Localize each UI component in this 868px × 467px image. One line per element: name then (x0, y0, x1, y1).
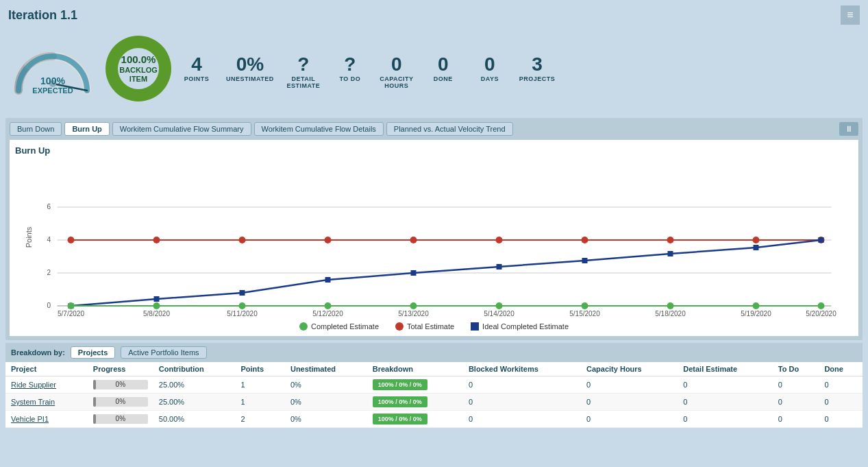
legend-ideal-label: Ideal Completed Estimate (482, 322, 569, 331)
stat-todo-value: ? (333, 55, 367, 74)
svg-rect-39 (497, 264, 502, 270)
contribution-cell: 50.00% (153, 411, 236, 428)
col-header-capacity: Capacity Hours (581, 362, 678, 376)
progress-cell: 0% (88, 394, 153, 411)
svg-text:5/19/2020: 5/19/2020 (741, 310, 771, 316)
donut-label2: ITEM (129, 75, 147, 83)
stat-unestimated: 0% UNESTIMATED (226, 55, 274, 82)
svg-text:4: 4 (47, 236, 51, 243)
speedometer-gauge: 100% EXPECTED (8, 41, 97, 96)
capacity-cell: 0 (581, 394, 678, 411)
capacity-cell: 0 (581, 411, 678, 428)
stat-capacity-value: 0 (380, 55, 414, 74)
col-header-project: Project (5, 362, 88, 376)
col-header-detail-est: Detail Estimate (678, 362, 773, 376)
stat-unestimated-value: 0% (226, 55, 274, 74)
stats-row: 4 POINTS 0% UNESTIMATED ? DETAILESTIMATE… (179, 48, 555, 89)
blocked-cell: 0 (463, 411, 581, 428)
legend-area: Completed Estimate Total Estimate Ideal … (15, 322, 853, 331)
donut-label: 100.0% BACKLOG ITEM (119, 53, 158, 84)
svg-point-30 (582, 237, 588, 243)
progress-cell: 0% (88, 376, 153, 394)
col-header-contribution: Contribution (153, 362, 236, 376)
svg-rect-36 (240, 290, 245, 296)
col-header-unestimated: Unestimated (285, 362, 367, 376)
pause-button[interactable]: ⏸ (839, 122, 858, 136)
detail-est-cell: 0 (678, 394, 773, 411)
points-cell: 2 (236, 411, 285, 428)
svg-point-49 (496, 302, 503, 309)
svg-rect-43 (819, 237, 824, 243)
detail-est-cell: 0 (678, 376, 773, 394)
svg-point-29 (496, 237, 503, 243)
stat-points-label: POINTS (179, 75, 214, 82)
points-cell: 1 (236, 394, 285, 411)
svg-point-53 (818, 302, 825, 309)
tab-velocity-trend[interactable]: Planned vs. Actual Velocity Trend (386, 122, 513, 136)
stat-detail-estimate-label: DETAILESTIMATE (286, 75, 321, 89)
breakdown-btn-portfolio[interactable]: Active Portfolio Items (121, 346, 206, 359)
table-row: Ride Supplier0%25.00%10%100% / 0% / 0%00… (5, 376, 863, 394)
hamburger-button[interactable]: ≡ (841, 5, 860, 25)
svg-text:5/11/2020: 5/11/2020 (227, 310, 258, 316)
detail-est-cell: 0 (678, 411, 773, 428)
svg-text:5/14/2020: 5/14/2020 (484, 310, 514, 316)
svg-text:0: 0 (47, 302, 51, 309)
stat-todo: ? TO DO (333, 55, 367, 82)
svg-text:6: 6 (47, 203, 51, 211)
svg-rect-35 (154, 296, 160, 302)
svg-rect-38 (411, 270, 417, 276)
tab-burn-up[interactable]: Burn Up (64, 122, 109, 136)
tabs-bar: Burn Down Burn Up Workitem Cumulative Fl… (10, 122, 858, 136)
stat-done: 0 DONE (426, 55, 460, 82)
svg-text:5/12/2020: 5/12/2020 (312, 310, 343, 316)
svg-point-26 (239, 237, 246, 243)
svg-text:5/15/2020: 5/15/2020 (569, 310, 600, 316)
breakdown-table: Project Progress Contribution Points Une… (5, 362, 863, 428)
svg-point-24 (68, 237, 75, 243)
legend-completed-estimate: Completed Estimate (299, 322, 379, 331)
svg-text:Points: Points (25, 226, 33, 248)
speedometer-label: 100% EXPECTED (32, 75, 73, 95)
tab-cumulative-flow-summary[interactable]: Workitem Cumulative Flow Summary (112, 122, 251, 136)
svg-text:2: 2 (47, 269, 51, 276)
tab-burn-down[interactable]: Burn Down (10, 122, 62, 136)
done-cell: 0 (819, 376, 863, 394)
todo-cell: 0 (773, 376, 819, 394)
top-bar: Iteration 1.1 ≡ (0, 0, 868, 27)
tab-cumulative-flow-details[interactable]: Workitem Cumulative Flow Details (254, 122, 384, 136)
breakdown-by-label: Breakdown by: (11, 348, 65, 357)
progress-cell: 0% (88, 411, 153, 428)
project-link[interactable]: System Train (5, 394, 88, 411)
svg-text:5/7/2020: 5/7/2020 (58, 310, 84, 316)
col-header-breakdown: Breakdown (367, 362, 463, 376)
page-title: Iteration 1.1 (8, 8, 77, 23)
chart-svg-wrapper: Points 0 2 4 6 5/7/2020 5/8/2020 5/11/20… (15, 158, 853, 318)
speedometer-percent: 100% (40, 75, 65, 86)
col-header-points: Points (236, 362, 285, 376)
capacity-cell: 0 (581, 376, 678, 394)
col-header-progress: Progress (88, 362, 153, 376)
breakdown-btn-projects[interactable]: Projects (71, 346, 115, 359)
donut-percent: 100.0% (121, 53, 156, 65)
svg-point-25 (153, 237, 160, 243)
stat-projects-value: 3 (519, 55, 556, 74)
stat-capacity-label: CAPACITYHOURS (380, 75, 414, 89)
svg-point-52 (753, 302, 760, 309)
chart-title: Burn Up (15, 145, 853, 156)
breakdown-cell: 100% / 0% / 0% (367, 394, 463, 411)
stat-unestimated-label: UNESTIMATED (226, 75, 274, 82)
svg-rect-40 (582, 258, 588, 263)
chart-container: Burn Up Points 0 2 4 6 5/7/2020 5/8/2020 (10, 140, 858, 336)
stat-points-value: 4 (179, 55, 214, 74)
blocked-cell: 0 (463, 394, 581, 411)
svg-text:5/8/2020: 5/8/2020 (143, 310, 170, 316)
svg-point-47 (325, 302, 332, 309)
stat-points: 4 POINTS (179, 55, 214, 82)
svg-text:5/18/2020: 5/18/2020 (655, 310, 686, 316)
speedometer-sublabel: EXPECTED (32, 86, 73, 95)
project-link[interactable]: Vehicle PI1 (5, 411, 88, 428)
project-link[interactable]: Ride Supplier (5, 376, 88, 394)
svg-text:5/13/2020: 5/13/2020 (398, 310, 429, 316)
svg-text:5/20/2020: 5/20/2020 (806, 310, 836, 316)
